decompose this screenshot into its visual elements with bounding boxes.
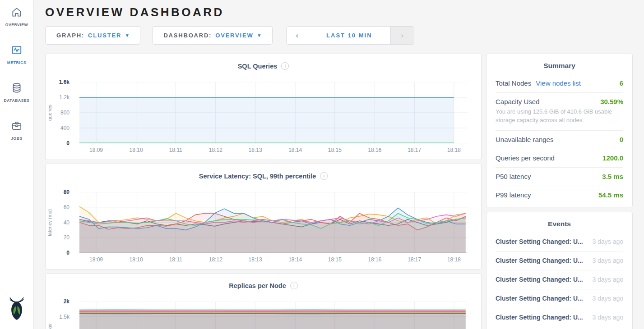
summary-row: P50 latency3.5 ms: [496, 167, 623, 186]
x-tick-label: 18:16: [368, 147, 381, 153]
summary-label: Capacity Used: [496, 98, 540, 105]
chevron-down-icon: ▾: [258, 32, 261, 38]
replicas-chart[interactable]: 05001k1.5k2kreplicas18:0918:1018:1118:12…: [79, 302, 467, 329]
y-tick-label: 800: [60, 110, 69, 116]
y-tick-label: 0: [66, 250, 69, 256]
summary-row: Unavailable ranges0: [496, 130, 623, 149]
y-tick-label: 400: [60, 125, 69, 131]
y-tick-label: 2k: [64, 298, 69, 305]
summary-title: Summary: [496, 54, 623, 74]
chart-title: SQL Queries: [238, 63, 278, 70]
x-tick-label: 18:12: [209, 147, 222, 153]
event-label: Cluster Setting Changed: U...: [496, 295, 583, 302]
sidebar-item-metrics[interactable]: METRICS: [7, 44, 26, 65]
y-tick-label: 40: [64, 219, 69, 226]
x-tick-label: 18:11: [169, 147, 182, 153]
chart-title: Replicas per Node: [229, 282, 286, 289]
event-row: Cluster Setting Changed: U...3 days ago: [496, 233, 623, 251]
summary-label: Unavailable ranges: [496, 136, 553, 143]
graph-dropdown[interactable]: GRAPH: CLUSTER ▾: [45, 26, 140, 45]
chart-panel-sql-queries: SQL Queries i 04008001.2k1.6kqueries18:0…: [45, 54, 482, 160]
event-label: Cluster Setting Changed: U...: [496, 276, 583, 283]
summary-label: Total Nodes: [496, 79, 531, 87]
event-label: Cluster Setting Changed: U...: [496, 314, 583, 321]
summary-row: Queries per second1200.0: [496, 149, 623, 167]
event-time: 3 days ago: [593, 276, 624, 283]
x-axis: 18:0918:1018:1118:1218:1318:1418:1518:16…: [79, 143, 468, 155]
x-axis: 18:0918:1018:1118:1218:1318:1418:1518:16…: [79, 253, 468, 265]
time-range-selector: ‹ LAST 10 MIN ›: [286, 26, 414, 45]
summary-value: 3.5 ms: [602, 173, 623, 180]
event-row: Cluster Setting Changed: U...3 days ago: [496, 251, 623, 270]
events-panel: Events Cluster Setting Changed: U...3 da…: [486, 212, 633, 329]
sidebar-item-overview[interactable]: OVERVIEW: [5, 6, 28, 27]
x-tick-label: 18:17: [408, 256, 421, 263]
home-icon: [11, 6, 23, 20]
x-tick-label: 18:15: [328, 147, 342, 153]
chevron-right-icon: ›: [401, 31, 403, 40]
service-latency-chart[interactable]: 020406080latency (ms)18:0918:1018:1118:1…: [79, 192, 467, 265]
summary-panel: Summary Total NodesView nodes list6Capac…: [486, 54, 633, 207]
sql-queries-chart[interactable]: 04008001.2k1.6kqueries18:0918:1018:1118:…: [79, 82, 467, 155]
dashboard-dropdown[interactable]: DASHBOARD: OVERVIEW ▾: [152, 26, 272, 45]
x-tick-label: 18:15: [328, 256, 342, 263]
info-icon[interactable]: i: [320, 172, 328, 180]
event-label: Cluster Setting Changed: U...: [496, 257, 583, 264]
event-time: 3 days ago: [593, 257, 624, 264]
summary-row: Capacity Used30.59%You are using 125.6 G…: [496, 92, 623, 130]
event-label: Cluster Setting Changed: U...: [496, 238, 583, 245]
view-nodes-link[interactable]: View nodes list: [536, 79, 581, 87]
graph-dropdown-label: GRAPH:: [56, 32, 84, 39]
x-tick-label: 18:17: [408, 147, 421, 153]
metrics-icon: [11, 44, 23, 58]
chart-panel-replicas: Replicas per Node i 05001k1.5k2kreplicas…: [45, 273, 482, 329]
sidebar-item-label: JOBS: [11, 136, 23, 141]
summary-row: Total NodesView nodes list6: [496, 74, 623, 92]
summary-value: 54.5 ms: [598, 191, 623, 199]
y-tick-label: 1.6k: [59, 79, 69, 85]
event-row: Cluster Setting Changed: U...3 days ago: [496, 270, 623, 289]
chart-title: Service Latency: SQL, 99th percentile: [199, 173, 316, 180]
y-axis-unit-label: replicas: [47, 324, 52, 329]
sidebar-item-jobs[interactable]: JOBS: [11, 120, 23, 141]
info-icon[interactable]: i: [290, 282, 298, 289]
x-tick-label: 18:18: [447, 147, 461, 153]
chevron-left-icon: ‹: [296, 31, 298, 40]
time-next-button[interactable]: ›: [390, 27, 414, 44]
chart-panel-service-latency: Service Latency: SQL, 99th percentile i …: [45, 164, 482, 270]
y-tick-label: 60: [64, 204, 69, 210]
summary-row: P99 latency54.5 ms: [496, 186, 623, 204]
controls-bar: GRAPH: CLUSTER ▾ DASHBOARD: OVERVIEW ▾ ‹…: [45, 26, 633, 45]
x-tick-label: 18:09: [89, 147, 103, 153]
summary-value: 30.59%: [600, 98, 623, 105]
time-prev-button[interactable]: ‹: [287, 27, 308, 44]
time-range-button[interactable]: LAST 10 MIN: [308, 27, 390, 44]
summary-label: P99 latency: [496, 191, 531, 199]
event-time: 3 days ago: [593, 314, 624, 321]
x-tick-label: 18:16: [368, 256, 381, 263]
event-time: 3 days ago: [593, 238, 624, 245]
main-content: OVERVIEW DASHBOARD GRAPH: CLUSTER ▾ DASH…: [34, 0, 644, 329]
charts-column: SQL Queries i 04008001.2k1.6kqueries18:0…: [45, 54, 482, 329]
y-axis-unit-label: queries: [47, 105, 52, 121]
y-tick-label: 80: [64, 189, 69, 195]
sidebar: OVERVIEW METRICS DATABASES: [0, 0, 34, 329]
event-row: Cluster Setting Changed: U...3 days ago: [496, 327, 623, 329]
y-tick-label: 20: [64, 234, 69, 241]
info-icon[interactable]: i: [281, 62, 289, 70]
sidebar-item-label: METRICS: [7, 60, 26, 65]
cockroach-logo[interactable]: [7, 297, 27, 323]
chevron-down-icon: ▾: [126, 32, 129, 38]
sidebar-item-databases[interactable]: DATABASES: [4, 82, 29, 103]
dashboard-dropdown-value: OVERVIEW: [215, 32, 253, 39]
dashboard-dropdown-label: DASHBOARD:: [163, 32, 212, 39]
x-tick-label: 18:11: [169, 256, 182, 263]
events-title: Events: [496, 212, 623, 233]
y-tick-label: 0: [66, 140, 69, 146]
sidebar-item-label: OVERVIEW: [5, 23, 28, 27]
summary-caption: You are using 125.6 GiB of 410.6 GiB usa…: [496, 108, 623, 125]
event-row: Cluster Setting Changed: U...3 days ago: [496, 308, 623, 327]
x-tick-label: 18:12: [209, 256, 222, 263]
x-tick-label: 18:14: [288, 147, 302, 153]
x-tick-label: 18:09: [89, 256, 103, 263]
